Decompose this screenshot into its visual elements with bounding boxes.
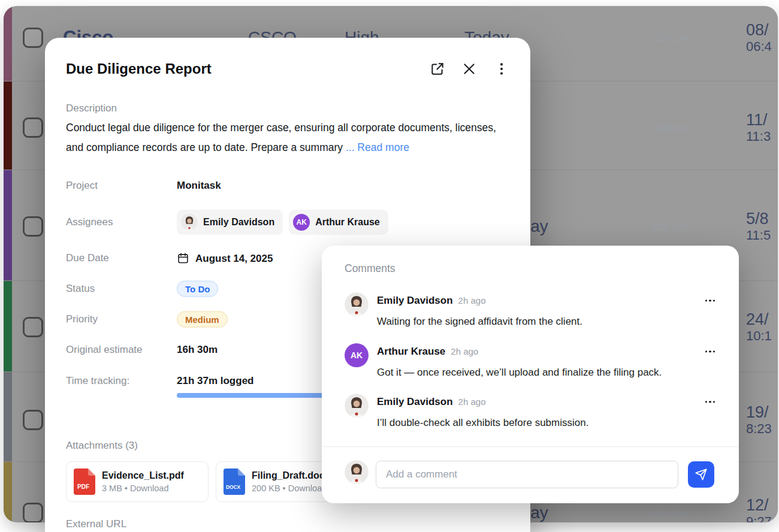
clock-line: 11:5 xyxy=(746,228,771,243)
comment-author: Arthur Krause xyxy=(377,346,445,357)
clock-line: 06:4 xyxy=(746,39,772,55)
date-cell: 11/11:3 xyxy=(746,111,771,144)
comment-menu-icon[interactable] xyxy=(705,401,715,403)
calendar-icon xyxy=(177,252,189,265)
time-tracking-label: Time tracking: xyxy=(66,375,129,387)
date-line: 19/ xyxy=(746,403,769,421)
add-comment-input[interactable] xyxy=(376,461,678,488)
arthur-avatar: AK xyxy=(345,343,369,367)
assignees-label: Assignees xyxy=(66,216,113,228)
row-color-bar xyxy=(4,281,12,372)
row-color-bar xyxy=(4,462,12,522)
time-cell: 712h 13m xyxy=(651,33,691,43)
time-cell: 561h 8m xyxy=(653,123,688,133)
row-color-bar xyxy=(4,6,12,81)
assignee-chip[interactable]: Emily Davidson xyxy=(177,210,283,235)
comment-text: Waiting for the signed affidavit from th… xyxy=(377,316,582,328)
comment-time: 2h ago xyxy=(458,397,486,407)
close-icon[interactable] xyxy=(460,60,478,78)
comment-author: Emily Davidson xyxy=(377,295,453,306)
comment-text: I’ll double-check all exhibits before su… xyxy=(377,417,588,429)
attachment-card[interactable]: PDF Evidence_List.pdf 3 MB • Download xyxy=(66,461,209,502)
task-title: Due Diligence Report xyxy=(66,61,212,77)
comment-text: Got it — once received, we’ll upload and… xyxy=(377,367,662,379)
description-text: Conduct legal due diligence for the merg… xyxy=(66,118,514,157)
time-cell: 909h 54m xyxy=(651,222,691,232)
row-checkbox[interactable] xyxy=(23,410,43,430)
file-type-label: DOCX xyxy=(226,484,241,490)
date-line: 5/8 xyxy=(746,210,769,228)
emily-avatar xyxy=(181,214,198,231)
open-in-new-icon[interactable] xyxy=(428,60,446,78)
estimate-label: Original estimate xyxy=(66,344,143,356)
comment-menu-icon[interactable] xyxy=(705,350,715,352)
arthur-avatar: AK xyxy=(293,214,310,231)
comment-time: 2h ago xyxy=(458,295,486,306)
assignee-name: Arthur Krause xyxy=(315,217,380,228)
status-badge[interactable]: To Do xyxy=(177,281,218,297)
date-line: 08/ xyxy=(746,21,769,39)
date-cell: 5/811:5 xyxy=(746,210,771,243)
pdf-file-icon: PDF xyxy=(74,468,95,495)
clock-line: 9:27 xyxy=(746,514,772,522)
row-checkbox[interactable] xyxy=(23,216,43,237)
row-checkbox[interactable] xyxy=(23,117,43,138)
comments-title: Comments xyxy=(345,262,395,275)
attachment-meta[interactable]: 200 KB • Download xyxy=(252,483,330,493)
clock-line: 11:3 xyxy=(746,129,771,144)
row-checkbox[interactable] xyxy=(23,317,43,337)
date-line: 11/ xyxy=(746,111,768,129)
row-checkbox[interactable] xyxy=(23,28,43,48)
clock-line: 10:1 xyxy=(746,328,772,344)
attachment-meta[interactable]: 3 MB • Download xyxy=(102,483,184,493)
date-cell: 19/8:23 xyxy=(746,403,772,437)
comments-panel: Comments Emily Davidson2h ago Waiting fo… xyxy=(322,246,739,503)
attachments-label: Attachments (3) xyxy=(66,440,138,452)
description-label: Description xyxy=(66,102,117,114)
due-date-label: Due Date xyxy=(66,252,109,264)
row-color-bar xyxy=(4,170,12,281)
row-color-bar xyxy=(4,81,12,170)
row-color-bar xyxy=(4,372,12,462)
date-line: 24/ xyxy=(746,310,769,328)
date-cell: 12/9:27 xyxy=(746,496,772,522)
due-date-value: August 14, 2025 xyxy=(195,252,273,264)
priority-label: Priority xyxy=(66,313,98,325)
send-comment-button[interactable] xyxy=(688,461,714,488)
assignee-name: Emily Davidson xyxy=(203,217,274,228)
date-cell: 24/10:1 xyxy=(746,310,772,344)
time-cell: 557h 39m xyxy=(651,508,691,518)
composer-divider xyxy=(322,446,739,447)
time-tracking-value: 21h 37m logged xyxy=(177,375,253,387)
kebab-menu-icon[interactable] xyxy=(493,60,511,78)
attachment-name: Evidence_List.pdf xyxy=(102,470,184,481)
clock-line: 8:23 xyxy=(746,421,772,437)
comment-header: Arthur Krause2h ago xyxy=(377,346,478,358)
emily-avatar xyxy=(345,292,369,316)
estimate-value: 16h 30m xyxy=(177,344,218,356)
row-checkbox[interactable] xyxy=(23,503,43,522)
date-cell: 08/06:4 xyxy=(746,21,772,55)
date-line: 12/ xyxy=(746,496,769,514)
comment-menu-icon[interactable] xyxy=(705,300,715,301)
comment-header: Emily Davidson2h ago xyxy=(377,396,486,408)
docx-file-icon: DOCX xyxy=(224,468,245,495)
project-label: Project xyxy=(66,180,98,192)
attachment-name: Filing_Draft.docx xyxy=(252,470,330,481)
avatar-initials: AK xyxy=(351,350,363,360)
emily-avatar xyxy=(345,394,369,418)
comment-time: 2h ago xyxy=(451,346,478,356)
status-label: Status xyxy=(66,283,95,295)
project-value: Monitask xyxy=(177,180,221,192)
assignee-chip[interactable]: AK Arthur Krause xyxy=(289,210,388,235)
external-url-label: External URL xyxy=(66,518,126,530)
comment-header: Emily Davidson2h ago xyxy=(377,295,486,307)
priority-badge[interactable]: Medium xyxy=(177,312,228,328)
app-screen: Cisco CSCO High Today 712h 13m 08/06:4 5… xyxy=(0,0,779,532)
file-type-label: PDF xyxy=(77,483,89,490)
read-more-link[interactable]: ... Read more xyxy=(346,141,409,153)
comment-author: Emily Davidson xyxy=(377,396,453,407)
paper-plane-icon xyxy=(695,468,708,481)
emily-avatar xyxy=(345,460,369,484)
description-body: Conduct legal due diligence for the merg… xyxy=(66,122,496,153)
